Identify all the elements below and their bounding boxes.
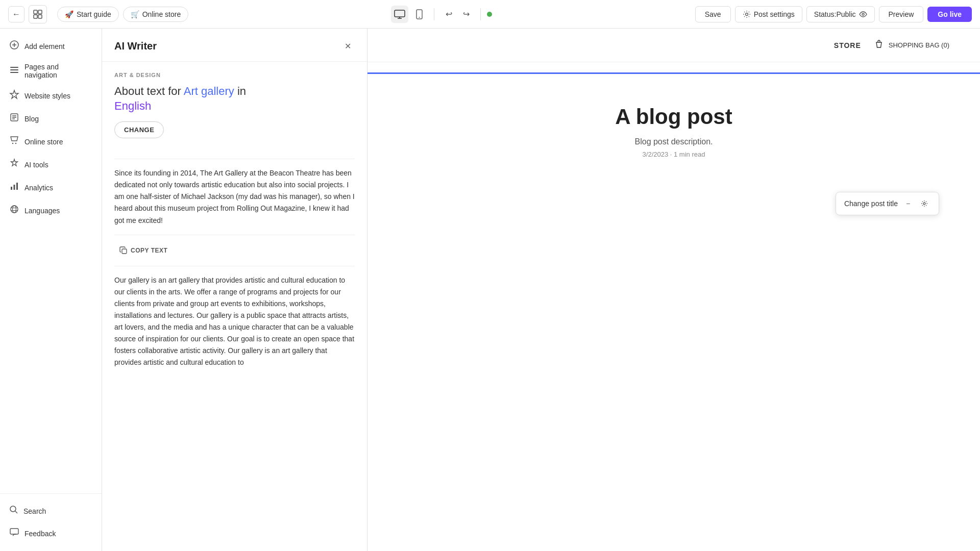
device-buttons <box>391 6 428 23</box>
ai-panel-body: ART & DESIGN About text for Art gallery … <box>102 62 367 383</box>
sidebar-item-add-element[interactable]: Add element <box>0 35 102 58</box>
undo-button[interactable]: ↩ <box>440 6 457 22</box>
online-store-icon: 🛒 <box>131 10 139 18</box>
desktop-view-button[interactable] <box>391 6 408 23</box>
post-settings-button[interactable]: Post settings <box>735 6 802 22</box>
mobile-view-button[interactable] <box>410 6 428 23</box>
status-label: Status:Public <box>814 10 856 18</box>
svg-point-19 <box>11 206 18 213</box>
sidebar-item-pages-navigation[interactable]: Pages and navigation <box>0 58 102 84</box>
sidebar-item-ai-tools[interactable]: AI tools <box>0 153 102 176</box>
sidebar-nav: Add element Pages and navigation Website… <box>0 29 102 493</box>
topbar-left: ← <box>8 5 47 23</box>
svg-rect-4 <box>395 10 405 17</box>
save-button[interactable]: Save <box>695 6 731 22</box>
redo-button[interactable]: ↪ <box>458 6 474 22</box>
back-button[interactable]: ← <box>8 6 24 22</box>
sidebar-item-search[interactable]: Search <box>0 500 102 522</box>
ai-category: ART & DESIGN <box>114 72 355 78</box>
minus-icon: − <box>906 199 910 208</box>
sidebar-item-online-store[interactable]: Online store <box>0 130 102 153</box>
divider-1 <box>114 159 355 159</box>
analytics-icon <box>9 181 19 194</box>
ai-text-block-2: Our gallery is an art gallery that provi… <box>114 274 355 369</box>
sidebar-item-analytics[interactable]: Analytics <box>0 176 102 199</box>
languages-icon <box>9 204 19 217</box>
sidebar-item-languages-label: Languages <box>24 207 60 215</box>
store-header: STORE SHOPPING BAG (0) <box>368 29 980 62</box>
sidebar-item-search-label: Search <box>23 507 46 515</box>
ai-text-block-1: Since its founding in 2014, The Art Gall… <box>114 167 355 226</box>
svg-point-8 <box>862 13 864 15</box>
svg-rect-17 <box>14 185 15 190</box>
status-public-button[interactable]: Status:Public <box>806 6 875 22</box>
topbar-right: Save Post settings Status:Public Preview… <box>695 6 972 22</box>
popup-minus-button[interactable]: − <box>902 197 914 210</box>
svg-rect-0 <box>34 10 37 14</box>
feedback-icon <box>9 527 19 540</box>
store-link[interactable]: STORE <box>834 41 861 49</box>
golive-label: Go live <box>938 10 962 18</box>
online-store-sidebar-icon <box>9 135 19 148</box>
layout-icon <box>33 10 42 19</box>
blog-post-description: Blog post description. <box>490 137 857 146</box>
svg-point-14 <box>12 143 13 144</box>
eye-icon <box>859 11 867 17</box>
ai-panel-title: AI Writer <box>114 40 157 52</box>
change-button[interactable]: CHANGE <box>114 121 164 138</box>
svg-rect-12 <box>10 72 18 73</box>
add-element-icon <box>9 40 19 53</box>
shopping-bag-label: SHOPPING BAG (0) <box>889 41 949 49</box>
copy-text-button[interactable]: COPY TEXT <box>114 243 173 258</box>
sidebar-item-ai-tools-label: AI tools <box>24 161 48 169</box>
change-label: CHANGE <box>124 126 154 134</box>
save-label: Save <box>705 10 721 18</box>
shopping-bag-link[interactable]: SHOPPING BAG (0) <box>873 39 949 52</box>
svg-rect-18 <box>16 183 18 190</box>
start-guide-button[interactable]: 🚀 Start guide <box>57 7 119 22</box>
svg-rect-23 <box>122 249 127 254</box>
change-post-title-label: Change post title <box>844 199 898 208</box>
golive-button[interactable]: Go live <box>927 7 972 22</box>
preview-button[interactable]: Preview <box>879 6 924 22</box>
svg-rect-22 <box>10 529 18 534</box>
sidebar-item-website-styles[interactable]: Website styles <box>0 84 102 107</box>
undo-redo-group: ↩ ↪ <box>440 6 474 22</box>
change-post-title-popup[interactable]: Change post title − <box>836 192 939 215</box>
divider <box>434 8 434 20</box>
blog-icon <box>9 112 19 125</box>
topbar-center: ↩ ↪ <box>194 6 689 23</box>
popup-settings-button[interactable] <box>918 197 930 210</box>
back-icon: ← <box>12 10 20 19</box>
svg-rect-3 <box>38 15 42 18</box>
layout-button[interactable] <box>29 5 47 23</box>
ai-subject: About text for Art gallery inEnglish <box>114 84 355 113</box>
blog-post-content[interactable]: A blog post Blog post description. 3/2/2… <box>470 74 878 179</box>
online-store-button[interactable]: 🛒 Online store <box>123 7 188 22</box>
close-icon: ✕ <box>345 41 351 51</box>
svg-point-20 <box>13 206 16 213</box>
mobile-icon <box>416 9 423 19</box>
ai-panel-close-button[interactable]: ✕ <box>340 39 355 53</box>
search-icon <box>9 505 18 517</box>
svg-point-6 <box>419 17 420 18</box>
sidebar-bottom: Search Feedback <box>0 493 102 551</box>
svg-rect-1 <box>38 10 42 14</box>
sidebar-item-feedback-label: Feedback <box>24 530 56 538</box>
sidebar-item-languages[interactable]: Languages <box>0 199 102 222</box>
sidebar: Add element Pages and navigation Website… <box>0 29 102 551</box>
sidebar-item-blog[interactable]: Blog <box>0 107 102 130</box>
canvas-frame: STORE SHOPPING BAG (0) A blog post Blog … <box>368 29 980 551</box>
ai-writer-panel: AI Writer ✕ ART & DESIGN About text for … <box>102 29 368 551</box>
main-area: Add element Pages and navigation Website… <box>0 29 980 551</box>
sidebar-item-feedback[interactable]: Feedback <box>0 522 102 545</box>
desktop-icon <box>394 10 405 19</box>
divider2 <box>480 8 481 20</box>
pages-navigation-icon <box>9 65 19 78</box>
blog-post-title[interactable]: A blog post <box>490 105 857 129</box>
svg-point-21 <box>10 506 16 512</box>
online-store-label: Online store <box>142 10 181 18</box>
copy-text-label: COPY TEXT <box>131 247 167 254</box>
sidebar-item-analytics-label: Analytics <box>24 184 53 192</box>
svg-point-24 <box>923 203 925 205</box>
